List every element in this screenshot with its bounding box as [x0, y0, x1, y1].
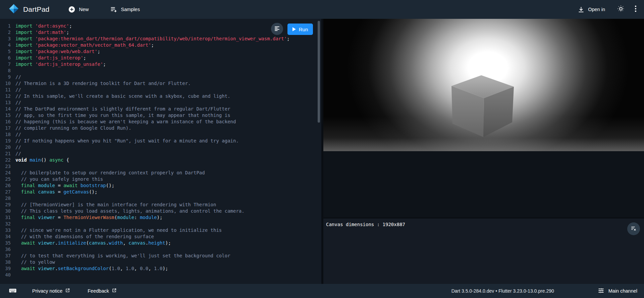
code-line[interactable]: 23 — [0, 163, 321, 170]
code-line[interactable]: 15// app, so the first time you run this… — [0, 112, 321, 119]
line-number: 15 — [0, 112, 11, 119]
code-line[interactable]: 29 // [ThermionViewer] is the main inter… — [0, 202, 321, 208]
code-line[interactable]: 39 await viewer.setBackgroundColor(1.0, … — [0, 265, 321, 272]
samples-button[interactable]: Samples — [107, 3, 143, 16]
editor-scrollbar[interactable] — [318, 21, 320, 123]
code-line[interactable]: 40 — [0, 272, 321, 278]
code-line[interactable]: 36 — [0, 246, 321, 253]
line-number: 39 — [0, 265, 11, 272]
code-line[interactable]: 11// — [0, 87, 321, 93]
code-line[interactable]: 8 — [0, 68, 321, 74]
code-editor[interactable]: 1import 'dart:async';2import 'dart:math'… — [0, 19, 321, 284]
code-line[interactable]: 17// compiler running on Google Cloud Ru… — [0, 125, 321, 131]
overflow-menu-button[interactable] — [632, 2, 639, 16]
line-number: 29 — [0, 202, 11, 208]
code-line[interactable]: 10// Thermion is a 3D rendering toolkit … — [0, 80, 321, 87]
code-line[interactable]: 19// If nothing happens when you hit "Ru… — [0, 138, 321, 144]
privacy-notice-link[interactable]: Privacy notice — [32, 288, 70, 294]
run-button[interactable]: Run — [287, 24, 313, 35]
add-circle-icon — [68, 6, 75, 13]
output-pane: Canvas dimensions : 644x298 — [323, 19, 644, 284]
header-bar: DartPad New Samples — [0, 0, 644, 19]
code-text: // — [15, 87, 21, 93]
code-line[interactable]: 20// — [0, 144, 321, 151]
code-line[interactable]: 25 // you can safely ignore this — [0, 176, 321, 182]
dartpad-app: DartPad New Samples — [0, 0, 644, 298]
line-number: 20 — [0, 144, 11, 151]
code-line[interactable]: 27 final canvas = getCanvas(); — [0, 189, 321, 195]
code-lines: 1import 'dart:async';2import 'dart:math'… — [0, 19, 321, 278]
code-text: await viewer.initialize(canvas.width, ca… — [15, 240, 171, 246]
code-text: // [ThermionViewer] is the main interfac… — [15, 202, 216, 208]
line-number: 5 — [0, 48, 11, 55]
output-blank-area — [323, 151, 644, 218]
keyboard-icon — [9, 287, 17, 296]
code-text: // app, so the first time you run this s… — [15, 112, 230, 119]
line-number: 13 — [0, 99, 11, 106]
code-line[interactable]: 16// happening (this is because we aren'… — [0, 119, 321, 125]
line-number: 38 — [0, 259, 11, 265]
code-text: final module = await bootstrap(); — [15, 182, 114, 189]
code-line[interactable]: 4import 'package:vector_math/vector_math… — [0, 42, 321, 48]
brightness-icon — [617, 5, 625, 14]
code-line[interactable]: 9// — [0, 74, 321, 80]
code-text: // — [15, 144, 21, 151]
code-text: import 'dart:async'; — [15, 23, 72, 29]
code-line[interactable]: 34 // with the dimensions of the renderi… — [0, 233, 321, 240]
code-line[interactable]: 7import 'dart:js_interop_unsafe'; — [0, 61, 321, 68]
brightness-toggle-button[interactable] — [614, 2, 627, 16]
code-line[interactable]: 32 — [0, 221, 321, 227]
code-line[interactable]: 33 // since we're not in a Flutter appli… — [0, 227, 321, 233]
code-line[interactable]: 22void main() async { — [0, 157, 321, 163]
open-in-new-icon — [65, 288, 70, 294]
code-text: // — [15, 74, 21, 80]
line-number: 19 — [0, 138, 11, 144]
code-line[interactable]: 35 await viewer.initialize(canvas.width,… — [0, 240, 321, 246]
line-number: 3 — [0, 36, 11, 42]
code-line[interactable]: 18// — [0, 131, 321, 138]
feedback-label: Feedback — [88, 288, 109, 294]
version-info: Dart 3.5.0-284.0.dev • Flutter 3.23.0-13… — [451, 288, 554, 294]
code-text: // happening (this is because we aren't … — [15, 119, 236, 125]
line-number: 40 — [0, 272, 11, 278]
run-button-label: Run — [299, 27, 308, 32]
code-line[interactable]: 30 // This class lets you load assets, l… — [0, 208, 321, 214]
line-number: 14 — [0, 106, 11, 112]
code-line[interactable]: 14// The DartPad environment is slightly… — [0, 106, 321, 112]
line-number: 8 — [0, 68, 11, 74]
code-line[interactable]: 13// — [0, 99, 321, 106]
code-text: import 'package:web/web.dart'; — [15, 48, 100, 55]
code-line[interactable]: 3import 'package:thermion_dart/thermion_… — [0, 36, 321, 42]
channel-selector-button[interactable]: Main channel — [598, 287, 637, 295]
line-number: 34 — [0, 233, 11, 240]
format-code-button[interactable] — [271, 23, 283, 35]
line-number: 31 — [0, 214, 11, 221]
console-output: Canvas dimensions : 644x298 — [326, 222, 641, 227]
clear-console-button[interactable] — [627, 222, 640, 235]
code-line[interactable]: 24 // boilerplate to setup our rendering… — [0, 170, 321, 176]
code-line[interactable]: 37 // to test that everything is working… — [0, 253, 321, 259]
code-text: // since we're not in a Flutter applicat… — [15, 227, 222, 233]
code-line[interactable]: 6import 'dart:js_interop'; — [0, 55, 321, 61]
open-in-new-icon — [112, 288, 117, 294]
keyboard-shortcuts-button[interactable] — [9, 287, 17, 296]
code-line[interactable]: 21// — [0, 151, 321, 157]
code-line[interactable]: 31 final viewer = ThermionViewerWasm(mod… — [0, 214, 321, 221]
code-text: void main() async { — [15, 157, 69, 163]
render-canvas-3d[interactable] — [323, 19, 644, 151]
feedback-link[interactable]: Feedback — [88, 288, 117, 294]
new-button[interactable]: New — [65, 3, 92, 16]
code-line[interactable]: 12// In this sample, we'll create a basi… — [0, 93, 321, 99]
line-number: 24 — [0, 170, 11, 176]
code-line[interactable]: 26 final module = await bootstrap(); — [0, 182, 321, 189]
code-line[interactable]: 5import 'package:web/web.dart'; — [0, 48, 321, 55]
new-button-label: New — [79, 7, 89, 12]
line-number: 16 — [0, 119, 11, 125]
code-line[interactable]: 38 // to yellow — [0, 259, 321, 265]
code-text: // If nothing happens when you hit "Run"… — [15, 138, 239, 144]
main-area: 1import 'dart:async';2import 'dart:math'… — [0, 19, 644, 284]
logo-wrap: DartPad — [9, 4, 49, 15]
code-text: // — [15, 131, 21, 138]
open-in-button[interactable]: Open in — [574, 3, 608, 16]
code-line[interactable]: 28 — [0, 195, 321, 202]
